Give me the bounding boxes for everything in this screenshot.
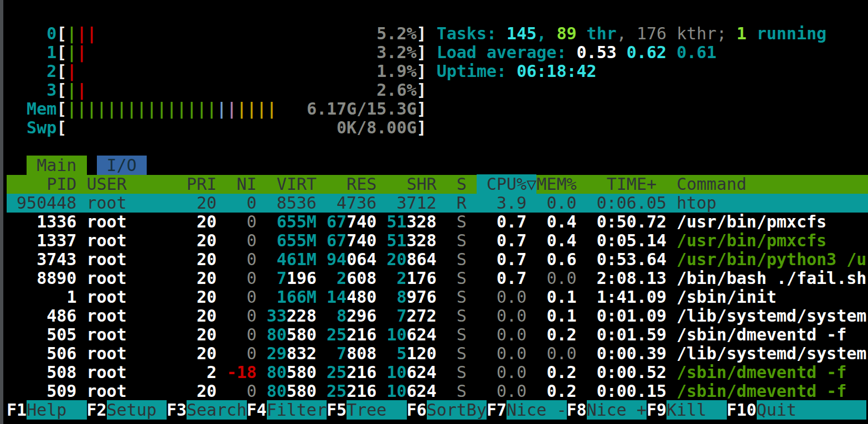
fkey-help[interactable]: F1Help <box>7 400 87 420</box>
process-row-8890[interactable]: 8890 root 20 0 7196 2608 2176 S 0.7 0.0 … <box>7 269 868 288</box>
fkey-tree[interactable]: F5Tree <box>327 400 407 420</box>
fkey-kill[interactable]: F9Kill <box>647 400 727 420</box>
green-meter-bar: | <box>206 99 216 118</box>
yellow-meter-bar: | <box>247 99 257 118</box>
tab-io[interactable]: I/O <box>97 156 147 175</box>
red-meter-bar: | <box>76 43 86 62</box>
green-meter-bar: | <box>167 99 177 118</box>
htop-terminal: 0[||| 5.2%] Tasks: 145, 89 thr, 176 kthr… <box>7 6 868 420</box>
green-meter-bar: | <box>187 99 197 118</box>
blank-line-2 <box>7 137 868 156</box>
cpu-meter-3: 3[|| 2.6%] <box>7 81 868 100</box>
green-meter-bar: | <box>107 99 117 118</box>
green-meter-bar: | <box>157 99 167 118</box>
process-row-1336[interactable]: 1336 root 20 0 655M 67740 51328 S 0.7 0.… <box>7 213 868 231</box>
fkey-sortby[interactable]: F6SortBy <box>407 400 487 420</box>
blank-line <box>7 6 868 24</box>
process-row-506[interactable]: 506 root 20 0 29832 7808 5120 S 0.0 0.0 … <box>7 344 868 363</box>
process-row-1[interactable]: 1 root 20 0 166M 14480 8976 S 0.0 0.1 1:… <box>7 288 868 307</box>
function-key-bar: F1Help F2Setup F3SearchF4FilterF5Tree F6… <box>7 401 868 420</box>
process-row-508[interactable]: 508 root 2 -18 80580 25216 10624 S 0.0 0… <box>7 363 868 382</box>
red-meter-bar: | <box>66 61 76 81</box>
tasks-summary: Tasks: 145, 89 thr, 176 kthr; 1 running <box>437 24 826 43</box>
green-meter-bar: | <box>137 99 147 118</box>
process-row-950448[interactable]: 950448 root 20 0 8536 4736 3712 R 3.9 0.… <box>7 194 868 213</box>
process-row-1337[interactable]: 1337 root 20 0 655M 67740 51328 S 0.7 0.… <box>7 231 868 250</box>
green-meter-bar: | <box>147 99 157 118</box>
green-meter-bar: | <box>197 99 206 118</box>
green-meter-bar: | <box>177 99 187 118</box>
green-meter-bar: | <box>66 24 76 43</box>
yellow-meter-bar: | <box>257 99 267 118</box>
process-row-486[interactable]: 486 root 20 0 33228 8296 7272 S 0.0 0.1 … <box>7 307 868 325</box>
green-meter-bar: | <box>66 43 76 62</box>
fkey-nice[interactable]: F8Nice + <box>567 400 647 420</box>
table-header: PID USER PRI NI VIRT RES SHR S CPU%▽MEM%… <box>7 175 868 194</box>
green-meter-bar: | <box>66 80 76 100</box>
process-row-505[interactable]: 505 root 20 0 80580 25216 10624 S 0.0 0.… <box>7 325 868 344</box>
swap-meter: Swp[ 0K/8.00G] <box>7 118 868 137</box>
cpu-meter-1: 1[|| 3.2%] Load average: 0.53 0.62 0.61 <box>7 43 868 62</box>
red-meter-bar: | <box>87 24 97 43</box>
fkey-search[interactable]: F3Search <box>167 400 247 420</box>
process-row-3743[interactable]: 3743 root 20 0 461M 94064 20864 S 0.7 0.… <box>7 250 868 269</box>
cpu-meter-2: 2[| 1.9%] Uptime: 06:18:42 <box>7 62 868 81</box>
window-edge <box>0 0 3 424</box>
green-meter-bar: | <box>76 99 86 118</box>
fkey-nice[interactable]: F7Nice - <box>487 400 567 420</box>
cpu-meter-0: 0[||| 5.2%] Tasks: 145, 89 thr, 176 kthr… <box>7 24 868 43</box>
screen-tabs: Main I/O <box>7 156 868 175</box>
load-average: Load average: 0.53 0.62 0.61 <box>437 43 717 62</box>
red-meter-bar: | <box>76 24 86 43</box>
green-meter-bar: | <box>97 99 107 118</box>
sort-column-cpu[interactable]: CPU%▽ <box>477 174 536 194</box>
yellow-meter-bar: | <box>236 99 246 118</box>
green-meter-bar: | <box>66 99 76 118</box>
green-meter-bar: | <box>87 99 97 118</box>
purple-meter-bar: | <box>226 99 236 118</box>
green-meter-bar: | <box>117 99 127 118</box>
uptime: Uptime: 06:18:42 <box>437 61 597 81</box>
memory-meter: Mem[||||||||||||||||||||| 6.17G/15.3G] <box>7 100 868 118</box>
tab-main[interactable]: Main <box>27 156 86 175</box>
yellow-meter-bar: | <box>267 99 277 118</box>
process-row-509[interactable]: 509 root 20 0 80580 25216 10624 S 0.0 0.… <box>7 382 868 401</box>
green-meter-bar: | <box>127 99 137 118</box>
fkey-filter[interactable]: F4Filter <box>247 400 327 420</box>
red-meter-bar: | <box>76 80 86 100</box>
blue-meter-bar: | <box>216 99 226 118</box>
fkey-quit[interactable]: F10Quit <box>727 400 817 420</box>
fkey-setup[interactable]: F2Setup <box>87 400 167 420</box>
